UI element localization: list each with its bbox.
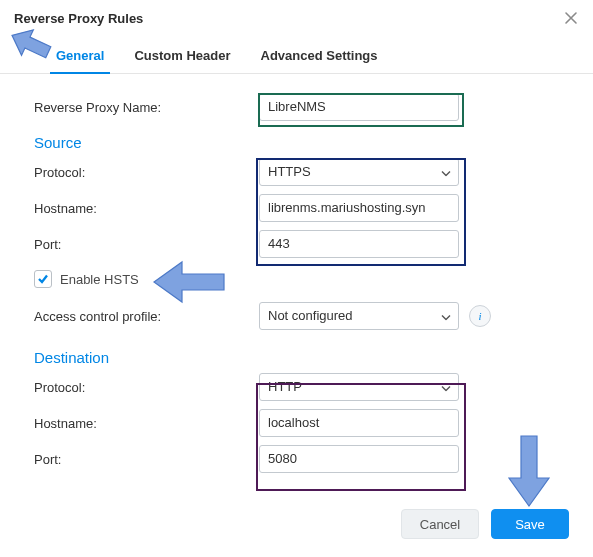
row-reverse-proxy-name: Reverse Proxy Name: LibreNMS	[34, 92, 559, 122]
label-source-protocol: Protocol:	[34, 165, 259, 180]
select-source-protocol[interactable]: HTTPS	[259, 158, 459, 186]
section-source-title: Source	[34, 134, 559, 151]
section-destination-title: Destination	[34, 349, 559, 366]
tab-content: Reverse Proxy Name: LibreNMS Source Prot…	[0, 74, 593, 474]
titlebar: Reverse Proxy Rules	[0, 0, 593, 32]
select-destination-protocol[interactable]: HTTP	[259, 373, 459, 401]
input-destination-hostname[interactable]: localhost	[259, 409, 459, 437]
label-access-control-profile: Access control profile:	[34, 309, 259, 324]
tab-general[interactable]: General	[54, 42, 106, 73]
checkbox-enable-hsts[interactable]	[34, 270, 52, 288]
cancel-button[interactable]: Cancel	[401, 509, 479, 539]
label-source-port: Port:	[34, 237, 259, 252]
label-enable-hsts: Enable HSTS	[60, 272, 139, 287]
reverse-proxy-dialog: Reverse Proxy Rules General Custom Heade…	[0, 0, 593, 557]
label-destination-protocol: Protocol:	[34, 380, 259, 395]
row-destination-hostname: Hostname: localhost	[34, 408, 559, 438]
label-destination-hostname: Hostname:	[34, 416, 259, 431]
input-source-hostname[interactable]: librenms.mariushosting.syn	[259, 194, 459, 222]
row-destination-protocol: Protocol: HTTP	[34, 372, 559, 402]
row-source-hostname: Hostname: librenms.mariushosting.syn	[34, 193, 559, 223]
dialog-footer: Cancel Save	[401, 509, 569, 539]
label-reverse-proxy-name: Reverse Proxy Name:	[34, 100, 259, 115]
row-source-port: Port: 443	[34, 229, 559, 259]
input-reverse-proxy-name[interactable]: LibreNMS	[259, 93, 459, 121]
input-destination-port[interactable]: 5080	[259, 445, 459, 473]
row-destination-port: Port: 5080	[34, 444, 559, 474]
select-access-control-profile[interactable]: Not configured	[259, 302, 459, 330]
tab-custom-header[interactable]: Custom Header	[132, 42, 232, 73]
input-source-port[interactable]: 443	[259, 230, 459, 258]
save-button[interactable]: Save	[491, 509, 569, 539]
row-enable-hsts: Enable HSTS	[34, 267, 559, 291]
row-access-control-profile: Access control profile: Not configured i	[34, 301, 559, 331]
row-source-protocol: Protocol: HTTPS	[34, 157, 559, 187]
info-icon[interactable]: i	[469, 305, 491, 327]
tab-advanced-settings[interactable]: Advanced Settings	[259, 42, 380, 73]
tabs: General Custom Header Advanced Settings	[0, 32, 593, 74]
label-source-hostname: Hostname:	[34, 201, 259, 216]
close-icon[interactable]	[563, 10, 579, 26]
label-destination-port: Port:	[34, 452, 259, 467]
dialog-title: Reverse Proxy Rules	[14, 11, 563, 26]
